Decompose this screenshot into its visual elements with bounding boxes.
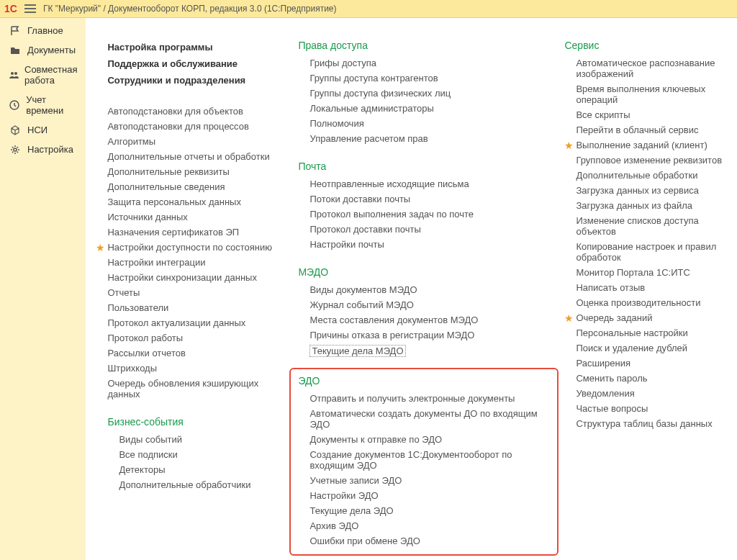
link-item[interactable]: Уведомления	[576, 386, 730, 401]
link-item[interactable]: Расширения	[576, 356, 730, 371]
section-edo[interactable]: ЭДО	[298, 375, 550, 387]
link-item[interactable]: Управление расчетом прав	[309, 131, 550, 146]
link-item[interactable]: Поиск и удаление дублей	[576, 340, 730, 356]
link-item[interactable]: Загрузка данных из сервиса	[576, 183, 730, 198]
flag-icon	[9, 26, 22, 36]
menu-icon[interactable]	[24, 4, 36, 13]
link-item[interactable]: Отправить и получить электронные докумен…	[309, 391, 550, 406]
link-item[interactable]: Локальные администраторы	[309, 101, 550, 116]
link-item[interactable]: Назначения сертификатов ЭП	[107, 225, 284, 240]
link-item[interactable]: Копирование настроек и правил обработок	[576, 239, 730, 265]
link-item[interactable]: Написать отзыв	[576, 280, 730, 295]
sidebar-item-nsi[interactable]: НСИ	[0, 120, 86, 140]
link-item[interactable]: Очередь обновления кэширующих данных	[107, 376, 284, 402]
sidebar-item-label: Совместная работа	[24, 64, 80, 86]
folder-icon	[9, 45, 22, 55]
link-item[interactable]: Структура таблиц базы данных	[576, 416, 730, 431]
link-item[interactable]: Автоматическое распознавание изображений	[576, 55, 730, 81]
link-item[interactable]: Все подписки	[119, 447, 284, 462]
window-title: ГК "Меркурий" / Документооборот КОРП, ре…	[43, 4, 337, 14]
link-item[interactable]: Журнал событий МЭДО	[309, 297, 550, 312]
sidebar-item-time[interactable]: Учет времени	[0, 90, 86, 120]
link-item[interactable]: Грифы доступа	[309, 55, 550, 71]
link-item[interactable]: Настройки почты	[309, 237, 550, 252]
link-item[interactable]: Настройки синхронизации данных	[107, 270, 284, 285]
link-item[interactable]: Рассылки отчетов	[107, 346, 284, 361]
sidebar-item-main[interactable]: Главное	[0, 21, 86, 40]
sidebar-item-label: Настройка	[27, 144, 73, 155]
link-item[interactable]: Архив ЭДО	[309, 518, 550, 533]
link-item[interactable]: Дополнительные обработчики	[119, 477, 284, 492]
link-item[interactable]: Все скрипты	[576, 107, 730, 122]
link-item[interactable]: Протокол выполнения задач по почте	[309, 207, 550, 222]
link-item[interactable]: Отчеты	[107, 285, 284, 300]
link-item[interactable]: Протокол доставки почты	[309, 222, 550, 237]
link-item[interactable]: Алгоритмы	[107, 134, 284, 149]
link-item[interactable]: Дополнительные реквизиты	[107, 164, 284, 179]
sidebar-item-settings[interactable]: Настройка	[0, 140, 86, 159]
section-mail[interactable]: Почта	[298, 161, 550, 172]
link-item[interactable]: Частые вопросы	[576, 401, 730, 416]
link-item[interactable]: Автоматически создать документы ДО по вх…	[309, 406, 550, 432]
link-item[interactable]: Виды событий	[119, 432, 284, 447]
link-item-starred[interactable]: ★Очередь заданий	[576, 310, 730, 325]
link-item[interactable]: Документы к отправке по ЭДО	[309, 432, 550, 447]
svg-point-1	[14, 72, 17, 75]
link-item-starred[interactable]: ★Настройки доступности по состоянию	[107, 240, 284, 255]
link-item[interactable]: Персональные настройки	[576, 325, 730, 340]
content-area: Настройка программы Поддержка и обслужив…	[86, 18, 737, 560]
link-item[interactable]: Дополнительные отчеты и обработки	[107, 149, 284, 164]
link-item[interactable]: Группы доступа физических лиц	[309, 86, 550, 101]
link-item[interactable]: Автоподстановки для процессов	[107, 119, 284, 134]
sidebar-item-label: Документы	[27, 45, 76, 55]
link-item[interactable]: Ошибки при обмене ЭДО	[309, 533, 550, 548]
link-item[interactable]: Настройки ЭДО	[309, 488, 550, 503]
star-icon: ★	[564, 140, 574, 151]
link-item[interactable]: Дополнительные сведения	[107, 179, 284, 194]
section-medo[interactable]: МЭДО	[298, 266, 550, 278]
link-item[interactable]: Перейти в облачный сервис	[576, 122, 730, 137]
link-item[interactable]: Потоки доставки почты	[309, 191, 550, 207]
link-item[interactable]: Сменить пароль	[576, 371, 730, 386]
link-item[interactable]: Оценка производительности	[576, 295, 730, 310]
link-item[interactable]: Создание документов 1С:Документооборот п…	[309, 447, 550, 473]
link-item[interactable]: Источники данных	[107, 209, 284, 225]
link-support[interactable]: Поддержка и обслуживание	[107, 56, 284, 71]
sidebar-item-collab[interactable]: Совместная работа	[0, 60, 86, 90]
link-item[interactable]: Время выполнения ключевых операций	[576, 81, 730, 107]
link-item[interactable]: Учетные записи ЭДО	[309, 473, 550, 488]
sidebar-item-documents[interactable]: Документы	[0, 40, 86, 60]
link-item[interactable]: Штрихкоды	[107, 361, 284, 376]
link-item[interactable]: Группы доступа контрагентов	[309, 71, 550, 86]
link-item[interactable]: Настройки интеграции	[107, 255, 284, 270]
link-item[interactable]: Защита персональных данных	[107, 194, 284, 209]
link-item[interactable]: Полномочия	[309, 116, 550, 131]
link-item[interactable]: Места составления документов МЭДО	[309, 312, 550, 328]
svg-point-0	[11, 72, 14, 75]
link-item[interactable]: Протокол работы	[107, 330, 284, 346]
titlebar: 1С ГК "Меркурий" / Документооборот КОРП,…	[0, 0, 737, 18]
link-item-focused[interactable]: Текущие дела МЭДО	[309, 343, 550, 359]
section-business-events[interactable]: Бизнес-события	[107, 416, 284, 428]
link-item[interactable]: Текущие дела ЭДО	[309, 503, 550, 518]
link-employees[interactable]: Сотрудники и подразделения	[107, 73, 284, 88]
app-logo: 1С	[4, 3, 17, 14]
link-item[interactable]: Причины отказа в регистрации МЭДО	[309, 328, 550, 343]
clock-icon	[9, 100, 20, 110]
link-item[interactable]: Монитор Портала 1С:ИТС	[576, 265, 730, 280]
link-item-starred[interactable]: ★Выполнение заданий (клиент)	[576, 137, 730, 153]
link-item[interactable]: Изменение списков доступа объектов	[576, 213, 730, 239]
link-program-settings[interactable]: Настройка программы	[107, 40, 284, 55]
section-service[interactable]: Сервис	[564, 40, 730, 51]
link-item[interactable]: Неотправленные исходящие письма	[309, 176, 550, 191]
link-item[interactable]: Пользователи	[107, 300, 284, 315]
link-item[interactable]: Групповое изменение реквизитов	[576, 153, 730, 168]
link-item[interactable]: Протокол актуализации данных	[107, 315, 284, 330]
link-item[interactable]: Детекторы	[119, 462, 284, 477]
link-item[interactable]: Дополнительные обработки	[576, 168, 730, 183]
link-item[interactable]: Автоподстановки для объектов	[107, 104, 284, 119]
link-item[interactable]: Загрузка данных из файла	[576, 198, 730, 213]
section-access-rights[interactable]: Права доступа	[298, 40, 550, 51]
link-item[interactable]: Виды документов МЭДО	[309, 282, 550, 297]
svg-point-3	[14, 148, 17, 151]
